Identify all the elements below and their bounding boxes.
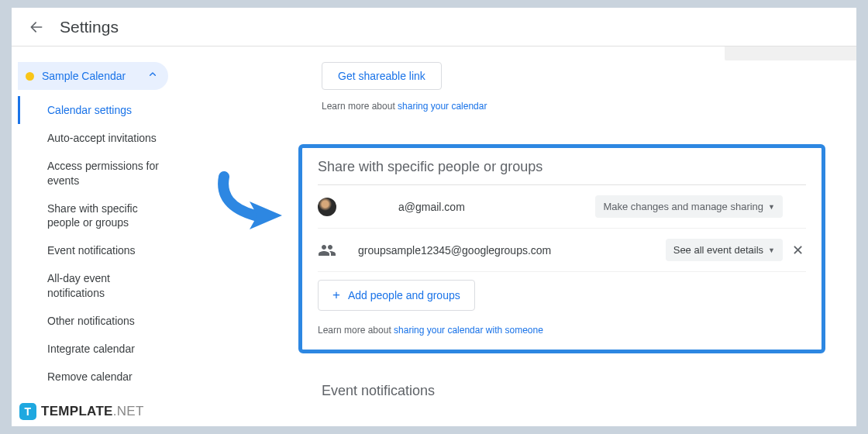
triangle-down-icon: ▼	[768, 246, 775, 254]
group-icon	[318, 241, 336, 260]
share-row-group: groupsample12345@googlegroups.com See al…	[318, 229, 806, 272]
learn-inside-prefix: Learn more about	[318, 325, 394, 336]
permission-select-group[interactable]: See all event details ▼	[666, 239, 783, 261]
sidebar-item-access-permissions[interactable]: Access permissions for events	[18, 152, 174, 194]
sidebar-item-other-notifications[interactable]: Other notifications	[18, 307, 174, 335]
remove-share-button[interactable]: ✕	[792, 242, 806, 259]
sidebar-item-allday-notifications[interactable]: All-day event notifications	[18, 264, 174, 306]
sidebar-item-share-specific[interactable]: Share with specific people or groups	[18, 195, 174, 236]
learn-prefix: Learn more about	[322, 101, 398, 112]
learn-link-sharing-someone[interactable]: sharing your calendar with someone	[394, 325, 543, 336]
permission-label: Make changes and manage sharing	[603, 201, 763, 212]
add-people-button[interactable]: + Add people and groups	[318, 280, 475, 311]
watermark-brand: TEMPLATE	[41, 404, 113, 419]
header-bar: Settings	[12, 8, 856, 46]
sidebar-item-integrate[interactable]: Integrate calendar	[18, 335, 174, 363]
sidebar-item-auto-accept[interactable]: Auto-accept invitations	[18, 124, 174, 152]
annotation-arrow-icon	[212, 170, 298, 232]
share-email-group: groupsample12345@googlegroups.com	[358, 244, 666, 257]
triangle-down-icon: ▼	[768, 203, 775, 211]
share-section-title: Share with specific people or groups	[318, 159, 806, 185]
add-people-label: Add people and groups	[348, 289, 460, 301]
watermark-logo-icon: T	[19, 403, 36, 420]
calendar-name: Sample Calendar	[42, 70, 146, 82]
page-title: Settings	[60, 18, 119, 36]
avatar-icon	[318, 198, 336, 216]
share-row-owner: a@gmail.com Make changes and manage shar…	[318, 185, 806, 229]
main-content: Get shareable link Learn more about shar…	[174, 46, 856, 426]
learn-link-sharing[interactable]: sharing your calendar	[398, 101, 487, 112]
sidebar-item-calendar-settings[interactable]: Calendar settings	[18, 96, 174, 124]
watermark-suffix: .NET	[113, 404, 144, 419]
plus-icon: +	[332, 288, 340, 303]
sidebar-item-event-notifications[interactable]: Event notifications	[18, 236, 174, 264]
learn-more-text: Learn more about sharing your calendar	[322, 101, 825, 112]
event-notifications-title: Event notifications	[322, 383, 825, 399]
sidebar-item-remove[interactable]: Remove calendar	[18, 363, 174, 391]
get-shareable-link-button[interactable]: Get shareable link	[322, 62, 442, 90]
permission-label: See all event details	[673, 244, 763, 256]
calendar-color-dot-icon	[26, 72, 34, 81]
share-email: a@gmail.com	[358, 201, 595, 213]
share-section-highlighted: Share with specific people or groups a@g…	[298, 144, 825, 353]
permission-select-owner[interactable]: Make changes and manage sharing ▼	[595, 195, 783, 218]
chevron-up-icon	[146, 68, 159, 84]
watermark: T TEMPLATE.NET	[19, 403, 144, 420]
learn-more-inside: Learn more about sharing your calendar w…	[318, 325, 806, 336]
back-arrow-icon[interactable]	[27, 18, 46, 36]
sidebar-calendar-header[interactable]: Sample Calendar	[18, 62, 168, 90]
sidebar: Sample Calendar Calendar settings Auto-a…	[12, 46, 174, 426]
